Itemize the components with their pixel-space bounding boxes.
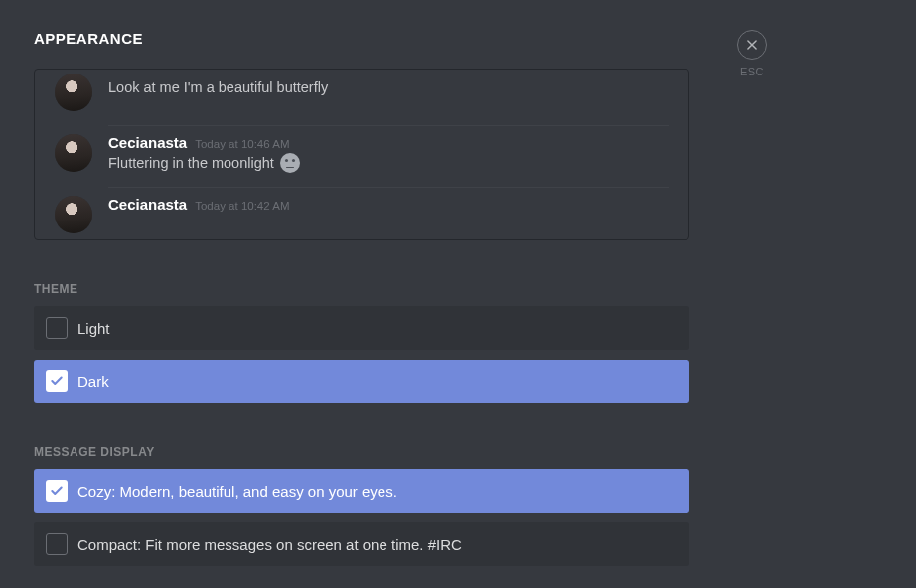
close-icon [745, 38, 759, 52]
chat-preview: Cecianasta Look at me I'm a beautiful bu… [34, 69, 689, 240]
theme-option-dark[interactable]: Dark [34, 360, 689, 403]
message-username: Cecianasta [108, 196, 187, 213]
esc-label: ESC [740, 66, 764, 77]
theme-section-label: THEME [34, 282, 689, 296]
theme-option-label: Dark [77, 373, 109, 390]
emoji-neutral-face-icon [280, 153, 300, 173]
message-display-option-label: Cozy: Modern, beautiful, and easy on you… [77, 483, 397, 500]
page-title: APPEARANCE [34, 30, 689, 47]
avatar [55, 196, 92, 233]
checkbox-checked-icon [46, 370, 68, 392]
message-text: Look at me I'm a beautiful butterfly [108, 79, 669, 95]
avatar [55, 134, 92, 172]
message-display-option-label: Compact: Fit more messages on screen at … [77, 536, 462, 553]
message-timestamp: Today at 10:46 AM [195, 138, 289, 150]
close-button[interactable] [737, 30, 767, 60]
message-display-section-label: MESSAGE DISPLAY [34, 445, 689, 459]
avatar [55, 74, 92, 111]
preview-message: Cecianasta Look at me I'm a beautiful bu… [35, 74, 688, 121]
checkbox-checked-icon [46, 480, 68, 502]
message-display-option-cozy[interactable]: Cozy: Modern, beautiful, and easy on you… [34, 469, 689, 513]
message-username: Cecianasta [108, 74, 187, 76]
message-username: Cecianasta [108, 134, 187, 151]
message-timestamp: Today at 10:42 AM [195, 200, 289, 212]
theme-option-light[interactable]: Light [34, 306, 689, 350]
preview-message: Cecianasta Today at 10:42 AM [35, 188, 688, 240]
theme-option-label: Light [77, 320, 110, 337]
checkbox-icon [46, 533, 68, 555]
checkbox-icon [46, 317, 68, 339]
message-display-option-compact[interactable]: Compact: Fit more messages on screen at … [34, 522, 689, 566]
preview-message: Cecianasta Today at 10:46 AM Fluttering … [35, 126, 688, 183]
message-text: Fluttering in the moonlight [108, 153, 669, 173]
